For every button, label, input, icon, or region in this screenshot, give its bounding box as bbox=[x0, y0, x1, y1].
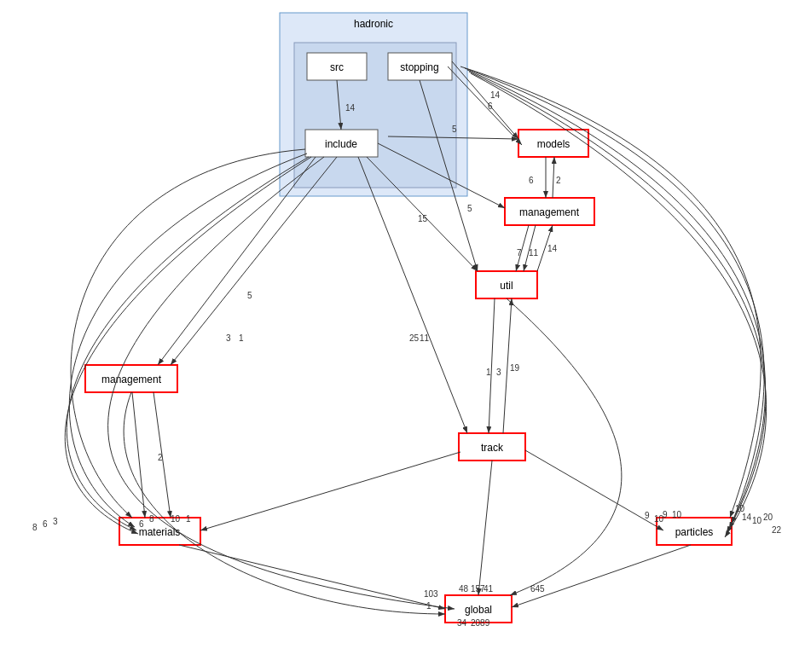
edge-label-management-mid-materials-2: 2 bbox=[158, 453, 163, 462]
edge-label-util-management-14: 14 bbox=[547, 244, 558, 253]
edge-label-particles-10b: 10 bbox=[752, 516, 762, 525]
edge-util-track bbox=[489, 298, 495, 433]
edge-label-include-track-11: 11 bbox=[420, 333, 430, 343]
edge-label-particles-14: 14 bbox=[742, 513, 752, 522]
edge-label-management-util-11: 11 bbox=[529, 248, 539, 258]
stopping-node-label: stopping bbox=[400, 61, 438, 73]
edge-label-left-3: 8 bbox=[32, 523, 38, 532]
util-node-label: util bbox=[500, 280, 513, 292]
edge-label-stopping-models-14: 14 bbox=[490, 90, 501, 100]
management-top-node-label: management bbox=[519, 206, 580, 218]
edge-label-global-103: 103 bbox=[424, 589, 438, 599]
edge-label-track-util-19: 19 bbox=[510, 363, 520, 373]
edge-label-global-48: 48 bbox=[459, 584, 469, 594]
track-node-label: track bbox=[481, 442, 504, 454]
edge-label-global-34: 34 bbox=[457, 618, 467, 628]
edge-label-global-2089: 2089 bbox=[471, 618, 490, 628]
management-mid-node-label: management bbox=[101, 374, 162, 385]
particles-label-10a2: 10 bbox=[672, 510, 682, 519]
edge-label-particles-20: 20 bbox=[763, 513, 773, 522]
particles-label-9: 9 bbox=[663, 510, 668, 519]
edge-label-stopping-models-6: 6 bbox=[488, 101, 493, 111]
edge-label-include-track-25: 25 bbox=[409, 333, 420, 343]
edge-label-include-util-15: 15 bbox=[418, 214, 428, 223]
hadronic-title: hadronic bbox=[354, 18, 393, 30]
edge-management-mid-global bbox=[124, 392, 445, 614]
edge-include-management-mid-5 bbox=[171, 157, 337, 365]
edge-label-mat-8: 8 bbox=[149, 514, 154, 524]
edge-track-particles bbox=[525, 450, 663, 530]
src-node-label: src bbox=[330, 61, 344, 73]
edge-label-particles-22: 22 bbox=[772, 525, 782, 535]
models-node-label: models bbox=[537, 138, 570, 150]
edge-left-arc-2 bbox=[69, 154, 307, 527]
diagram-container: src stopping include hadronic models man… bbox=[0, 0, 805, 672]
edge-include-track-25 bbox=[358, 157, 467, 433]
edge-label-mat-6-8: 6 bbox=[139, 519, 144, 529]
edge-label-util-track-3: 3 bbox=[496, 368, 501, 377]
edge-particles-global bbox=[512, 545, 691, 607]
edge-management-models bbox=[553, 157, 554, 198]
edge-label-include-management-mid-1: 1 bbox=[239, 333, 244, 343]
global-node-label: global bbox=[465, 604, 492, 616]
edge-label-include-models-5: 5 bbox=[452, 125, 457, 134]
edge-label-materials-10: 10 bbox=[171, 514, 181, 524]
edge-track-global bbox=[478, 461, 492, 595]
particles-node-label: particles bbox=[675, 526, 714, 538]
edge-label-mgmt-5: 5 bbox=[467, 204, 472, 213]
edge-label-include-management-mid-3: 3 bbox=[226, 333, 231, 343]
edge-label-left-2: 6 bbox=[43, 519, 48, 529]
edge-label-track-particles-9: 9 bbox=[645, 511, 650, 520]
edge-right-arc-4 bbox=[469, 72, 766, 533]
include-node-label: include bbox=[325, 138, 357, 150]
graph-svg: src stopping include hadronic models man… bbox=[0, 0, 805, 672]
edge-include-management-mid-3 bbox=[158, 157, 316, 365]
edge-label-materials-global: 1 bbox=[426, 601, 431, 611]
edge-label-left-1: 3 bbox=[53, 517, 58, 526]
edge-materials-global bbox=[179, 545, 445, 609]
edge-label-util-track-1: 1 bbox=[486, 368, 491, 377]
edge-label-models-management-6: 6 bbox=[529, 176, 534, 185]
edge-label-include-management-mid-5: 5 bbox=[247, 291, 252, 300]
edge-left-arc-4 bbox=[65, 157, 311, 534]
edge-label-global-41: 41 bbox=[484, 584, 494, 594]
edge-label-src-include: 14 bbox=[345, 103, 356, 113]
edge-label-management-util-7: 7 bbox=[517, 248, 522, 258]
edge-label-management-mid-1: 1 bbox=[186, 514, 191, 524]
edge-track-materials bbox=[200, 452, 460, 530]
edge-label-management-models-2: 2 bbox=[556, 176, 561, 185]
edge-management-mid-materials-1 bbox=[132, 392, 145, 518]
